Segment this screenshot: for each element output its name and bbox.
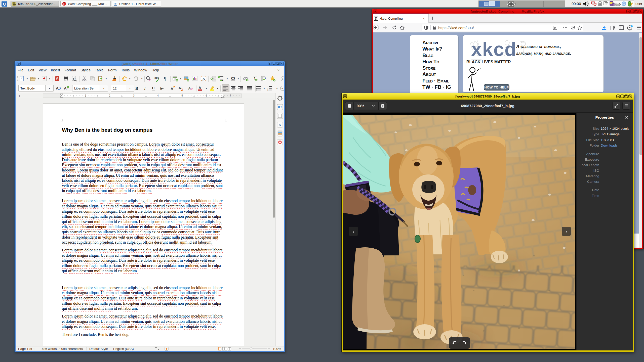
svg-text:»: » [282, 77, 284, 81]
svg-text:5: 5 [181, 94, 183, 97]
svg-text:2: 2 [267, 87, 268, 89]
svg-text:¶: ¶ [164, 76, 167, 81]
svg-text:2: 2 [173, 85, 175, 89]
svg-text:A: A [171, 86, 173, 91]
svg-text:6: 6 [206, 94, 207, 97]
svg-text:A: A [198, 85, 201, 90]
svg-text:A: A [203, 77, 205, 81]
svg-text:A: A [178, 86, 181, 90]
svg-text:Ω: Ω [231, 76, 235, 81]
svg-text:U: U [152, 86, 155, 90]
svg-text:Q: Q [3, 2, 6, 6]
svg-text:I: I [144, 86, 146, 91]
svg-text:B: B [135, 86, 138, 91]
svg-text:i: i [265, 77, 266, 79]
svg-text:00: 00 [631, 5, 632, 7]
svg-text:7: 7 [230, 94, 231, 97]
svg-text:3: 3 [133, 94, 135, 97]
svg-text:abc: abc [154, 76, 159, 79]
svg-text:1: 1 [85, 94, 86, 97]
svg-text:3: 3 [267, 89, 268, 91]
svg-text:2: 2 [109, 94, 110, 97]
svg-text:A: A [64, 86, 67, 90]
svg-text:A: A [56, 86, 59, 90]
svg-text:4: 4 [157, 94, 159, 97]
svg-text:1: 1 [267, 86, 268, 87]
svg-text:L: L [19, 95, 21, 98]
svg-text:2: 2 [181, 88, 183, 91]
svg-text:A: A [278, 123, 281, 127]
svg-text:»: » [281, 86, 283, 90]
